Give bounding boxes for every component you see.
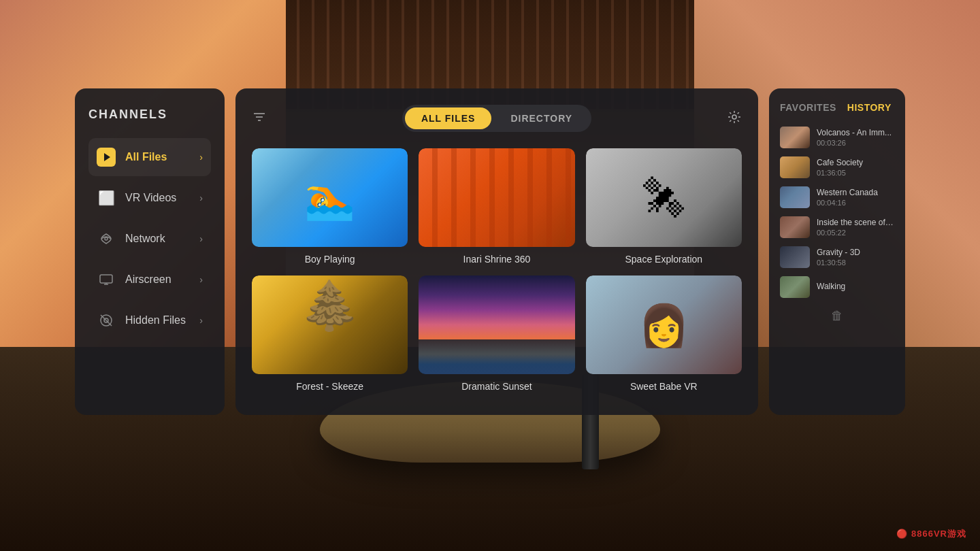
watermark: 🔴 8866VR游戏 (896, 528, 966, 540)
thumb-gravity-3d (780, 246, 810, 268)
all-files-label: All Files (125, 151, 199, 163)
sidebar-item-network[interactable]: Network › (88, 220, 211, 258)
duration-gravity-3d: 01:30:58 (817, 258, 894, 267)
tab-directory[interactable]: DIRECTORY (494, 107, 589, 129)
info-western-canada: Western Canada 00:04:16 (817, 188, 894, 207)
filter-icon[interactable] (252, 110, 267, 128)
title-cafe-society: Cafe Society (817, 158, 894, 167)
sidebar-title: CHANNELS (88, 107, 211, 122)
settings-icon[interactable] (727, 110, 742, 128)
title-gravity-3d: Gravity - 3D (817, 248, 894, 257)
tab-group: ALL FILES DIRECTORY (402, 105, 591, 132)
video-card-forest-skeeze[interactable]: Forest - Skeeze (252, 276, 408, 392)
vr-videos-label: VR Videos (125, 192, 199, 204)
history-item-cafe-society[interactable]: Cafe Society 01:36:05 (780, 156, 894, 178)
info-gravity-3d: Gravity - 3D 01:30:58 (817, 248, 894, 267)
panels-container: CHANNELS All Files › ⬜ VR Videos › (75, 88, 905, 463)
info-walking: Walking (817, 282, 894, 293)
airscreen-icon (97, 270, 116, 289)
thumb-volcanos (780, 127, 810, 148)
sidebar-item-hidden-files[interactable]: Hidden Files › (88, 301, 211, 339)
hidden-files-icon (97, 311, 116, 330)
history-item-inside-scene[interactable]: Inside the scene of ... 00:05:22 (780, 216, 894, 238)
all-files-chevron: › (199, 152, 203, 163)
svg-rect-1 (100, 275, 112, 283)
thumb-cafe-society (780, 156, 810, 178)
title-western-canada: Western Canada (817, 188, 894, 197)
video-card-sweet-babe-vr[interactable]: Sweet Babe VR (586, 276, 742, 392)
hidden-files-chevron: › (199, 315, 203, 326)
history-item-walking[interactable]: Walking (780, 276, 894, 298)
delete-icon[interactable]: 🗑 (831, 309, 843, 323)
tab-favorites[interactable]: FAVORITES (780, 102, 836, 113)
duration-inside-scene: 00:05:22 (817, 229, 894, 237)
airscreen-chevron: › (199, 274, 203, 285)
video-card-dramatic-sunset[interactable]: Dramatic Sunset (419, 276, 574, 392)
svg-point-7 (732, 115, 736, 119)
tab-all-files[interactable]: ALL FILES (405, 107, 492, 129)
title-volcanos: Volcanos - An Imm... (817, 128, 894, 137)
sidebar-item-all-files[interactable]: All Files › (88, 138, 211, 176)
network-label: Network (125, 233, 199, 245)
main-content-panel: ALL FILES DIRECTORY Boy Playing Inari Sh… (235, 88, 758, 415)
svg-point-0 (105, 237, 108, 240)
title-space-exploration: Space Exploration (586, 254, 742, 265)
duration-western-canada: 00:04:16 (817, 199, 894, 207)
vr-videos-chevron: › (199, 193, 203, 203)
channels-sidebar: CHANNELS All Files › ⬜ VR Videos › (75, 88, 225, 415)
title-sweet-babe-vr: Sweet Babe VR (586, 381, 742, 392)
history-list: Volcanos - An Imm... 00:03:26 Cafe Socie… (780, 127, 894, 298)
thumb-boy-playing (252, 148, 408, 247)
thumb-western-canada (780, 186, 810, 208)
thumb-dramatic-sunset (419, 276, 574, 374)
thumb-forest-skeeze (252, 276, 408, 374)
play-icon (97, 148, 116, 167)
video-card-boy-playing[interactable]: Boy Playing (252, 148, 408, 265)
info-inside-scene: Inside the scene of ... 00:05:22 (817, 218, 894, 237)
all-files-icon (97, 148, 116, 167)
title-forest-skeeze: Forest - Skeeze (252, 381, 408, 392)
video-card-inari-shrine[interactable]: Inari Shrine 360 (419, 148, 574, 265)
network-icon (97, 229, 116, 248)
tab-history[interactable]: HISTORY (847, 102, 892, 113)
sidebar-item-airscreen[interactable]: Airscreen › (88, 261, 211, 299)
thumb-sweet-babe-vr (586, 276, 742, 374)
duration-volcanos: 00:03:26 (817, 139, 894, 147)
right-tabs: FAVORITES HISTORY (780, 102, 894, 113)
video-grid: Boy Playing Inari Shrine 360 Space Explo… (252, 148, 742, 392)
thumb-inside-scene (780, 216, 810, 238)
thumb-walking (780, 276, 810, 298)
vr-icon: ⬜ (97, 188, 116, 207)
title-dramatic-sunset: Dramatic Sunset (419, 381, 574, 392)
title-inside-scene: Inside the scene of ... (817, 218, 894, 227)
history-item-gravity-3d[interactable]: Gravity - 3D 01:30:58 (780, 246, 894, 268)
info-cafe-society: Cafe Society 01:36:05 (817, 158, 894, 177)
topbar: ALL FILES DIRECTORY (252, 105, 742, 132)
title-inari-shrine: Inari Shrine 360 (419, 254, 574, 265)
history-sidebar: FAVORITES HISTORY Volcanos - An Imm... 0… (769, 88, 905, 415)
history-item-volcanos[interactable]: Volcanos - An Imm... 00:03:26 (780, 127, 894, 148)
thumb-space-exploration (586, 148, 742, 247)
network-chevron: › (199, 233, 203, 244)
airscreen-label: Airscreen (125, 273, 199, 286)
duration-cafe-society: 01:36:05 (817, 169, 894, 177)
title-walking: Walking (817, 282, 894, 291)
sidebar-item-vr-videos[interactable]: ⬜ VR Videos › (88, 179, 211, 217)
history-item-western-canada[interactable]: Western Canada 00:04:16 (780, 186, 894, 208)
title-boy-playing: Boy Playing (252, 254, 408, 265)
thumb-inari-shrine (419, 148, 574, 247)
info-volcanos: Volcanos - An Imm... 00:03:26 (817, 128, 894, 147)
video-card-space-exploration[interactable]: Space Exploration (586, 148, 742, 265)
delete-area: 🗑 (780, 309, 894, 323)
hidden-files-label: Hidden Files (125, 314, 199, 327)
